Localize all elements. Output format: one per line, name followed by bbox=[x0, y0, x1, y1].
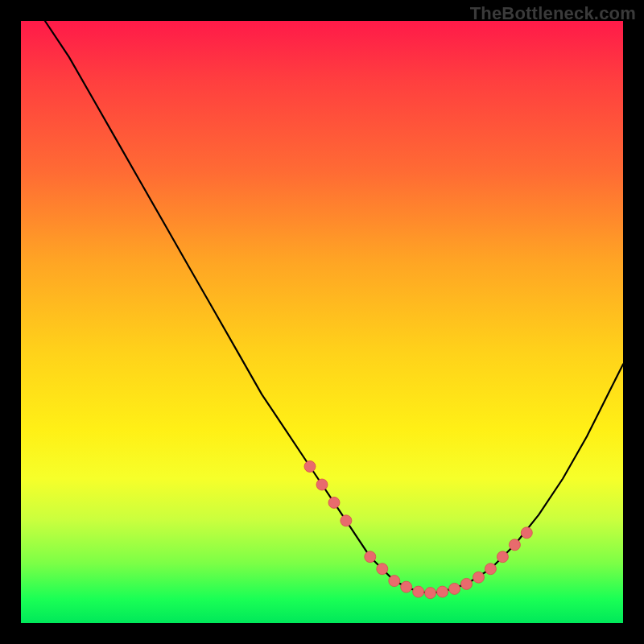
data-marker bbox=[449, 583, 460, 594]
data-marker bbox=[401, 581, 412, 592]
data-marker bbox=[365, 551, 376, 563]
data-marker bbox=[413, 586, 424, 597]
data-marker bbox=[497, 551, 508, 563]
plot-area bbox=[21, 21, 623, 623]
data-marker bbox=[425, 588, 436, 599]
chart-svg bbox=[21, 21, 623, 623]
data-marker bbox=[377, 564, 388, 575]
chart-stage: TheBottleneck.com bbox=[0, 0, 644, 644]
data-marker bbox=[341, 515, 352, 526]
data-marker bbox=[509, 539, 520, 551]
data-marker bbox=[437, 586, 448, 597]
marker-group bbox=[304, 461, 532, 599]
data-marker bbox=[485, 564, 496, 575]
data-marker bbox=[461, 578, 473, 589]
data-marker bbox=[316, 479, 328, 490]
data-marker bbox=[328, 497, 340, 508]
data-marker bbox=[473, 572, 485, 583]
data-marker bbox=[521, 527, 532, 539]
data-marker bbox=[389, 576, 400, 587]
data-marker bbox=[304, 461, 316, 473]
